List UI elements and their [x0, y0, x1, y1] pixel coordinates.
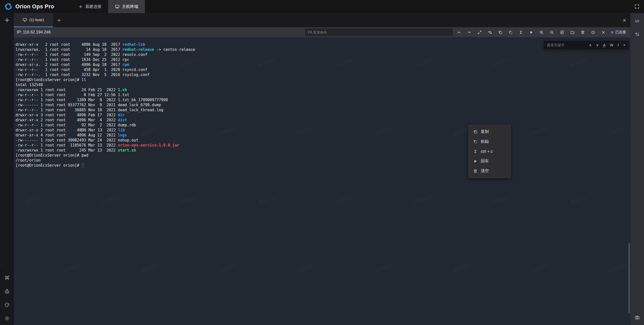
terminal-line: -rw-r--r-- 1 root root 458 Apr 1 2020 rs… [16, 67, 630, 72]
context-menu-item-ctrl-c[interactable]: ctrl + c [469, 147, 510, 156]
terminal-line: -rw-r--r-- 1 root root 92 Mar 2 2022 dum… [16, 123, 630, 128]
zoom-out-button[interactable] [550, 30, 554, 34]
tab-host1[interactable]: (1) host1 [14, 13, 53, 27]
search-list-button[interactable] [488, 30, 492, 34]
header-nav: 新建连接 主机终端 [72, 0, 145, 13]
context-menu-item-enter[interactable]: 回车 [469, 156, 510, 166]
terminal-line: -rw-r--r-- 1 root root 0 Feb 27 12:56 1.… [16, 92, 630, 97]
sigma-icon [473, 149, 477, 154]
status-label: 已连接 [615, 30, 626, 34]
code-button[interactable] [635, 19, 640, 24]
camera-button[interactable] [635, 315, 640, 320]
search-match-case-button[interactable]: A [603, 43, 606, 47]
nav-new-connection[interactable]: 新建连接 [72, 0, 108, 13]
tab-label: (1) host1 [29, 18, 44, 22]
close-tabs-button[interactable] [622, 18, 627, 22]
terminal-line: [root@OrionEcsServer orion]# pwd [16, 153, 630, 158]
context-menu-item-clear[interactable]: 清空 [469, 166, 510, 176]
terminal-scrollbar[interactable] [628, 243, 630, 313]
context-menu-item-copy[interactable]: 复制 [469, 127, 510, 137]
terminal-line: -rw------- 1 root root 95377762 Nov 9 20… [16, 102, 630, 107]
gear-button[interactable] [4, 316, 10, 321]
app-title: Orion Ops Pro [15, 3, 54, 10]
close-button[interactable] [601, 30, 606, 34]
terminal-line: total 132548 [16, 82, 630, 87]
play-icon [473, 159, 477, 163]
power-button[interactable] [591, 30, 595, 34]
command-button[interactable] [4, 275, 10, 280]
app-header: Orion Ops Pro 新建连接 主机终端 [0, 0, 644, 13]
terminal-line: -rw-r--r-- 1 root root 1634 Dec 25 2012 … [16, 57, 630, 62]
terminal-tab-bar: (1) host1 [14, 13, 630, 27]
code-square-button[interactable] [560, 30, 564, 34]
fullscreen-button[interactable] [634, 4, 639, 9]
terminal-search-bar: ∧∨AWI× [543, 41, 629, 50]
chevron-up-button[interactable] [457, 30, 461, 34]
terminal-line: /root/orion [16, 158, 630, 163]
context-menu-item-paste[interactable]: 粘贴 [469, 137, 510, 147]
left-sidebar-icons [4, 275, 10, 325]
terminal-line: -rw------- 1 root root 39082493 Mar 24 2… [16, 138, 630, 143]
copy-button[interactable] [498, 30, 502, 34]
paste-icon [473, 139, 477, 144]
trash-button[interactable] [581, 30, 585, 34]
terminal-line: drwxr-xr-x 3 root root 4096 Feb 17 2022 … [16, 113, 630, 118]
search-prev-button[interactable]: ∧ [589, 43, 592, 47]
copy-icon [473, 130, 477, 134]
terminal-toolbar: IP: 116.62.194.246 已连接 [14, 27, 630, 37]
terminal-line: lrwxrwxrwx. 1 root root 14 Aug 18 2017 r… [16, 47, 630, 52]
play-button[interactable] [529, 30, 533, 34]
search-regex-button[interactable]: I [618, 43, 619, 47]
stamp-button[interactable] [4, 288, 10, 294]
terminal-line: drwxr-xr-x 2 root root 4096 Mar 4 2022 d… [16, 118, 630, 123]
add-tab-button[interactable] [57, 18, 61, 22]
paste-button[interactable] [508, 30, 513, 34]
command-input[interactable] [305, 28, 453, 36]
swap-vertical-button[interactable] [635, 32, 640, 37]
terminal-context-menu: 复制粘贴ctrl + c回车清空 [468, 125, 511, 178]
terminal-cursor [82, 163, 84, 167]
monitor-icon [23, 18, 27, 22]
terminal-line: drwxr-xr-x 2 root root 4096 Mar 13 2022 … [16, 128, 630, 133]
terminal-line: [root@OrionEcsServer orion]# ll [16, 77, 630, 82]
sigma-button[interactable] [519, 30, 523, 34]
terminal-line: -rwxrwxrwx 1 root root 245 Mar 13 2022 s… [16, 148, 630, 153]
terminal-line: [root@OrionEcsServer orion]# [16, 163, 630, 168]
terminal-line: -rw-r--r--. 1 root root 3232 Nov 5 2016 … [16, 72, 630, 77]
search-whole-word-button[interactable]: W [610, 43, 613, 47]
search-next-button[interactable]: ∨ [596, 43, 599, 47]
new-terminal-button[interactable] [0, 13, 14, 27]
chevron-down-button[interactable] [467, 30, 471, 34]
nav-host-terminal[interactable]: 主机终端 [108, 0, 145, 13]
right-sidebar-bottom [635, 315, 640, 325]
folder-button[interactable] [570, 30, 575, 34]
host-ip-label: IP: 116.62.194.246 [17, 30, 51, 34]
context-menu-label: 回车 [481, 159, 489, 164]
search-close-button[interactable]: × [623, 43, 625, 47]
zoom-in-button[interactable] [539, 30, 544, 34]
connection-status-badge: 已连接 [611, 30, 626, 34]
context-menu-label: 清空 [481, 168, 489, 174]
terminal-output: drwxr-xr-x 2 root root 4096 Aug 18 2017 … [14, 37, 630, 168]
palette-button[interactable] [4, 302, 10, 308]
terminal-line: -rw-r--r-- 1 root root 149 Sep 2 2022 re… [16, 52, 630, 57]
search-buttons: ∧∨AWI× [589, 43, 625, 47]
app-logo-icon [4, 2, 13, 11]
terminal-screen[interactable]: drwxr-xr-x 2 root root 4096 Aug 18 2017 … [14, 37, 630, 325]
plus-icon [78, 5, 83, 9]
trash-icon [473, 169, 477, 173]
terminal-line: -rwxrwxrwx 1 root root 24 Feb 21 2022 1.… [16, 87, 630, 92]
monitor-icon [115, 4, 119, 9]
left-sidebar [0, 13, 14, 325]
terminal-line: -rw-r--r-- 1 root root 36885 Nov 10 2021… [16, 107, 630, 113]
terminal-line: -rw-r--r-- 1 root root 1309 Mar 9 2022 1… [16, 97, 630, 102]
expand-button[interactable] [477, 30, 482, 34]
terminal-line: drwxr-xr-x. 2 root root 4096 Aug 18 2017… [16, 62, 630, 67]
context-menu-label: 粘贴 [481, 139, 489, 144]
status-dot-icon [611, 31, 613, 33]
right-sidebar [630, 13, 644, 325]
toolbar-icon-group [457, 30, 606, 34]
plus-icon [4, 17, 10, 23]
search-input[interactable] [547, 43, 582, 47]
terminal-line: drwxr-xr-x 4 root root 4096 Aug 12 2022 … [16, 133, 630, 138]
